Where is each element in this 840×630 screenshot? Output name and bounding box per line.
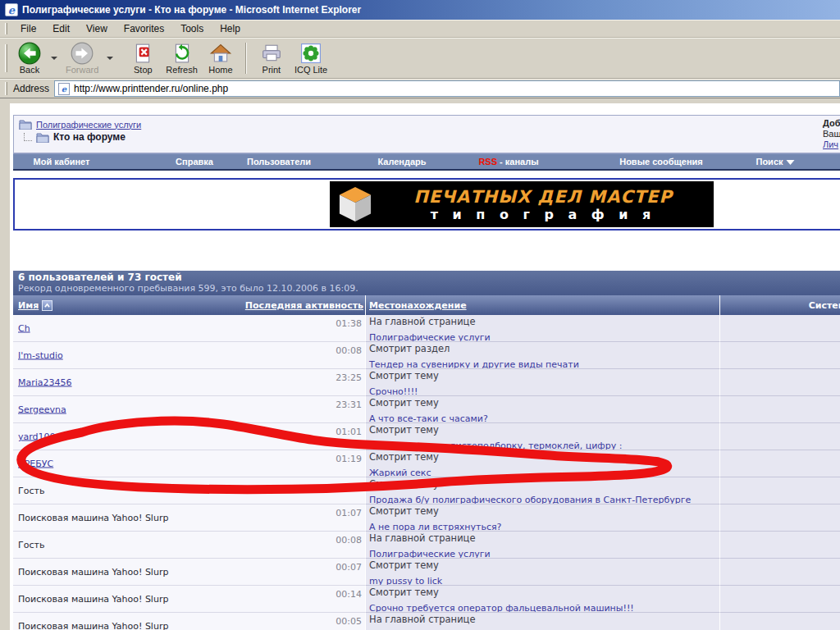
table-row: Гость00:08На главной страницеПолиграфиче… bbox=[13, 532, 840, 559]
breadcrumb: Полиграфические услуги Кто на форуме Доб… bbox=[13, 115, 840, 153]
refresh-button[interactable]: Refresh bbox=[161, 39, 203, 77]
stop-icon bbox=[132, 42, 153, 65]
forward-button[interactable]: Forward bbox=[61, 39, 103, 77]
menu-favorites[interactable]: Favorites bbox=[116, 21, 171, 36]
location-action: Смотрит тему bbox=[369, 370, 719, 382]
back-button[interactable]: Back bbox=[11, 39, 48, 77]
topic-link[interactable]: my pussy to lick bbox=[369, 576, 442, 586]
nav-calendar[interactable]: Календарь bbox=[377, 157, 426, 167]
address-input[interactable]: e http://www.printtender.ru/online.php bbox=[54, 80, 840, 97]
username-link[interactable]: Sergeevna bbox=[18, 404, 66, 415]
column-header-location[interactable]: Местонахождение bbox=[369, 300, 467, 311]
table-row: Поисковая машина Yahoo! Slurp00:07Смотри… bbox=[13, 559, 840, 586]
topic-link[interactable]: Полиграфические услуги bbox=[369, 332, 491, 342]
username-link[interactable]: Ch bbox=[18, 323, 30, 334]
breadcrumb-parent-link[interactable]: Полиграфические услуги bbox=[36, 120, 141, 130]
location-action: На главной странице bbox=[369, 316, 719, 328]
topic-link[interactable]: Тендер на сувенирку и другие виды печати bbox=[369, 359, 579, 369]
address-bar: Address e http://www.printtender.ru/onli… bbox=[0, 79, 840, 98]
print-icon bbox=[261, 42, 282, 65]
table-row: Поисковая машина Yahoo! Slurp00:05На гла… bbox=[13, 613, 840, 630]
nav-users[interactable]: Пользователи bbox=[247, 157, 311, 167]
table-row: Поисковая машина Yahoo! Slurp01:07Смотри… bbox=[13, 504, 840, 532]
im-cell bbox=[719, 559, 840, 586]
menu-help[interactable]: Help bbox=[212, 21, 248, 36]
last-activity-time: 23:25 bbox=[336, 372, 362, 383]
address-url: http://www.printtender.ru/online.php bbox=[74, 83, 228, 94]
sort-asc-icon[interactable] bbox=[42, 300, 52, 311]
stop-button[interactable]: Stop bbox=[125, 39, 161, 77]
topic-link[interactable]: Срочно требуется оператор фальцевальной … bbox=[369, 603, 634, 613]
refresh-icon bbox=[171, 42, 193, 65]
table-row: Sergeevna23:31Смотрит темуА что все-таки… bbox=[13, 396, 840, 423]
chevron-down-icon bbox=[787, 160, 795, 165]
location-action: Смотрит тему bbox=[369, 451, 719, 463]
location-action: Смотрит тему bbox=[369, 559, 719, 572]
forward-icon bbox=[71, 42, 94, 65]
folder-icon bbox=[36, 132, 49, 143]
username-link[interactable]: I'm-studio bbox=[18, 350, 63, 361]
table-row: Поисковая машина Yahoo! Slurp00:14Смотри… bbox=[13, 586, 840, 613]
location-action: Смотрит тему bbox=[369, 478, 719, 491]
title-bar: e Полиграфические услуги - Кто на форуме… bbox=[0, 0, 840, 20]
browser-viewport: Полиграфические услуги Кто на форуме Доб… bbox=[10, 103, 840, 630]
topic-link[interactable]: Жаркий секс bbox=[369, 468, 431, 477]
menu-bar: File Edit View Favorites Tools Help bbox=[0, 20, 840, 38]
banner-container: ПЕЧАТНЫХ ДЕЛ МАСТЕР т и п о г р а ф и я bbox=[13, 178, 840, 231]
nav-new-messages[interactable]: Новые сообщения bbox=[619, 157, 703, 167]
table-row: yard10001:01Смотрит темуПродаем резак , … bbox=[13, 423, 840, 450]
username-link[interactable]: ЭРЕБУС bbox=[18, 459, 53, 469]
guest-name: Гость bbox=[18, 540, 44, 550]
menu-edit[interactable]: Edit bbox=[45, 21, 77, 36]
page-title: Кто на форуме bbox=[53, 131, 126, 143]
nav-rss[interactable]: RSS - каналы bbox=[478, 157, 538, 167]
table-summary: 6 пользователей и 73 гостей Рекорд однов… bbox=[13, 271, 840, 295]
topic-link[interactable]: А не пора ли встряхнуться? bbox=[369, 522, 501, 532]
guest-name: Поисковая машина Yahoo! Slurp bbox=[18, 513, 168, 523]
back-icon bbox=[18, 42, 41, 65]
toolbar-grip[interactable] bbox=[5, 82, 7, 94]
icq-lite-button[interactable]: ICQ Lite bbox=[290, 39, 332, 77]
location-action: Смотрит тему bbox=[369, 587, 719, 599]
menu-tools[interactable]: Tools bbox=[173, 21, 211, 36]
column-header-name[interactable]: Имя bbox=[18, 300, 39, 311]
topic-link[interactable]: Срочно!!!! bbox=[369, 386, 418, 396]
nav-my-cabinet[interactable]: Мой кабинет bbox=[34, 157, 90, 167]
im-cell bbox=[719, 504, 840, 532]
guest-name: Поисковая машина Yahoo! Slurp bbox=[18, 621, 168, 630]
private-messages-link[interactable]: Лич bbox=[823, 139, 840, 150]
im-cell bbox=[719, 532, 840, 559]
forward-dropdown-icon[interactable] bbox=[107, 57, 113, 60]
forum-navbar: Мой кабинет Справка Пользователи Календа… bbox=[13, 153, 840, 171]
username-link[interactable]: yard100 bbox=[18, 431, 56, 442]
column-header-last-activity[interactable]: Последняя активность bbox=[245, 300, 363, 311]
location-action: Смотрит раздел bbox=[369, 343, 719, 355]
topic-link[interactable]: Продаем резак , листоподборку, термоклей… bbox=[369, 441, 622, 450]
location-action: Смотрит тему bbox=[369, 505, 719, 518]
print-button[interactable]: Print bbox=[253, 39, 290, 77]
topic-link[interactable]: Продажа б/у полиграфического оборудовани… bbox=[369, 495, 691, 504]
location-action: Смотрит тему bbox=[369, 424, 719, 436]
home-button[interactable]: Home bbox=[203, 39, 239, 77]
welcome-line: Ваш bbox=[823, 129, 840, 139]
nav-help[interactable]: Справка bbox=[176, 157, 213, 167]
guest-name: Гость bbox=[18, 486, 44, 496]
toolbar: Back Forward Stop Refresh Home bbox=[0, 38, 840, 79]
im-cell bbox=[719, 613, 840, 630]
topic-link[interactable]: Полиграфические услуги bbox=[369, 549, 491, 559]
toolbar-grip[interactable] bbox=[5, 44, 7, 72]
topic-link[interactable]: А что все-таки с часами? bbox=[369, 413, 488, 423]
last-activity-time: 00:07 bbox=[336, 562, 362, 573]
banner-link[interactable]: ПЕЧАТНЫХ ДЕЛ МАСТЕР т и п о г р а ф и я bbox=[330, 181, 714, 227]
folder-icon bbox=[19, 119, 32, 130]
icq-icon bbox=[300, 42, 322, 65]
toolbar-grip[interactable] bbox=[5, 23, 7, 34]
nav-search[interactable]: Поиск bbox=[756, 157, 794, 167]
page-icon: e bbox=[58, 83, 70, 95]
menu-view[interactable]: View bbox=[79, 21, 115, 36]
back-dropdown-icon[interactable] bbox=[51, 57, 57, 60]
last-activity-time: 00:05 bbox=[336, 616, 362, 627]
banner-subtitle: т и п о г р а ф и я bbox=[381, 207, 705, 222]
username-link[interactable]: Maria23456 bbox=[18, 377, 72, 388]
menu-file[interactable]: File bbox=[13, 21, 43, 36]
